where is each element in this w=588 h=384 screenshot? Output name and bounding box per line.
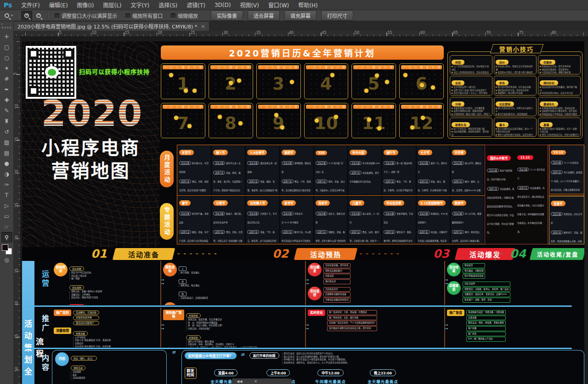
mindmap-group: 活动节奏活动整体规划 xyxy=(69,300,102,305)
menu-item-10[interactable]: 窗口(W) xyxy=(264,1,294,9)
mindmap-leaf: 推广转化 xyxy=(466,332,506,337)
zoom-tool-icon[interactable] xyxy=(5,13,9,18)
weekday-label: 五 xyxy=(283,66,285,68)
weekday-label: 一 xyxy=(212,66,215,68)
clone-stamp-tool[interactable]: ♜ xyxy=(1,116,12,126)
industry-text: 全品类通用，黄金周出游场景多，可围绕礼盒装商品发起团圆季系列活动，假日可与出游结… xyxy=(487,188,514,234)
document-canvas[interactable]: 扫码可以获得小程序扶持 2020 小程序电商 营销地图 2020营销日历&全年营… xyxy=(21,37,588,384)
activity-card-title: 元宵节 xyxy=(213,200,228,206)
history-brush-tool[interactable]: ↺ xyxy=(1,126,12,137)
option-button-3[interactable]: 填充屏幕 xyxy=(284,11,317,21)
lasso-tool[interactable]: ○ xyxy=(1,52,12,63)
weekday-label: 日 xyxy=(199,106,202,108)
tip-card-line: ▶控制库存与名额，避免让利失控 xyxy=(496,74,535,75)
quick-mask-button[interactable]: ◎ xyxy=(1,254,12,265)
mindmap-items: 活动规则热卖活动氛围营造 xyxy=(71,371,97,380)
foreground-color-swatch[interactable] xyxy=(2,244,8,251)
path-selection-tool[interactable]: ▷ xyxy=(1,200,12,211)
mindmap-leaf: 执行排期、商品确认 xyxy=(179,271,208,275)
menu-item-5[interactable]: 文字(Y) xyxy=(126,1,154,9)
activity-theme: 活动主题5.20 因为爱“告”白每一天 xyxy=(316,157,346,175)
option-checkbox-2[interactable]: 缩放所有窗口 xyxy=(125,12,163,19)
mindmap-block: 推广复盘渠道数据完成度：免费流量、付费流量店铺流量费用支出：佣金、体现费、资源位… xyxy=(447,310,582,343)
eraser-tool[interactable]: ▨ xyxy=(1,137,12,147)
mindmap-leaf: 拼 团：新品+团购，不花钱拿大牌？ xyxy=(186,324,257,328)
option-button-1[interactable]: 实际像素 xyxy=(211,11,243,21)
vertical-ruler[interactable]: 5101520253035404550 xyxy=(14,37,21,384)
option-button-2[interactable]: 适合屏幕 xyxy=(248,11,280,21)
tip-card-line: ▶整点秒杀制造紧迫感，拉升进店流量 xyxy=(496,86,535,89)
monthly-card: 七夕节活动主题爱你一生，相约七夕适用行业美妆、珠宝、服饰、生鲜等，针对鲜花用户可… xyxy=(417,146,450,194)
shape-tool[interactable]: ▭ xyxy=(1,211,12,221)
bullet-icon: ▶ xyxy=(496,71,497,73)
activity-theme: 活动主题新年备大礼、年货提前购 xyxy=(179,157,209,175)
eyedropper-tool[interactable]: ✒ xyxy=(1,84,12,95)
mindmap-group: 商品（图片、卖点） xyxy=(71,352,97,361)
menu-item-3[interactable]: 图像(I) xyxy=(73,1,99,9)
menu-item-9[interactable]: 视图(V) xyxy=(235,1,264,9)
mindmap-leaf: ROI：推广费用投入产出比 xyxy=(466,337,506,342)
pen-tool[interactable]: ✑ xyxy=(1,179,12,190)
move-tool[interactable]: ✛ xyxy=(1,31,12,42)
industry-tag: 适用行业 xyxy=(247,180,259,183)
menu-item-2[interactable]: 编辑(E) xyxy=(45,1,73,9)
hand-tool[interactable]: ☞ xyxy=(1,221,12,232)
weekday-label: 日 xyxy=(342,106,345,108)
healing-brush-tool[interactable]: ✚ xyxy=(1,95,12,105)
weekday-label: 四 xyxy=(277,66,280,68)
checkbox-icon[interactable] xyxy=(171,13,175,18)
checkbox-icon[interactable] xyxy=(55,13,59,18)
zoom-out-button[interactable]: − xyxy=(33,11,44,20)
option-checkbox-1[interactable]: 调整窗口大小以满屏显示 xyxy=(55,12,117,19)
tool-preset-chevron-icon[interactable]: ▾ xyxy=(11,13,13,17)
close-icon[interactable]: ✕ xyxy=(254,379,257,384)
tools-panel-grip[interactable]: ▸▪▪▪▪ xyxy=(1,22,12,29)
taskbar-fragment[interactable]: ◀◀ ✕ xyxy=(232,378,292,384)
marquee-tool[interactable]: ▢ xyxy=(1,42,12,52)
magic-wand-tool[interactable]: ✶ xyxy=(1,63,12,73)
menu-item-7[interactable]: 滤镜(T) xyxy=(182,1,210,9)
menu-item-4[interactable]: 图层(L) xyxy=(99,1,126,9)
menu-item-8[interactable]: 3D(D) xyxy=(210,2,235,8)
ruler-number: 30 xyxy=(223,31,228,35)
special-card: 读书节活动主题世界读书日“4.23”好书推荐适用行业图书行业，可以借势打造成长书… xyxy=(280,196,313,243)
calendar-grid: 一二三四五六日1一二三四五六日2一二三四五六日3一二三四五六日4一二三四五六日5… xyxy=(161,63,444,138)
zoom-tool[interactable]: ⚲ xyxy=(1,232,12,243)
tab-close-icon[interactable]: × xyxy=(201,23,205,29)
horizontal-ruler[interactable]: 5101520253035404550556065707580 xyxy=(14,31,588,37)
crop-tool[interactable]: # xyxy=(1,73,12,84)
menu-item-11[interactable]: 帮助(H) xyxy=(294,1,322,9)
tip-card-line: ▶好友助力砍价，借助社交关系链快速传播 xyxy=(496,65,535,71)
menu-item-1[interactable]: 文件(F) xyxy=(17,1,44,9)
weekday-label: 六 xyxy=(432,106,434,108)
type-tool[interactable]: T xyxy=(1,190,12,200)
bullet-icon: ▶ xyxy=(496,107,497,109)
option-checkbox-3[interactable]: 细微缩放 xyxy=(171,12,198,19)
gradient-tool[interactable]: ▤ xyxy=(1,147,12,158)
mindmap-branch-label: 老客获取 xyxy=(186,335,201,340)
menu-item-6[interactable]: 选择(S) xyxy=(154,1,182,9)
tip-card-label: 社区营销 xyxy=(496,102,514,107)
calendar-highlight-date xyxy=(364,89,368,93)
option-button-4[interactable]: 打印尺寸 xyxy=(321,11,353,21)
mindmap-group: 免费流量公众号粉丝社群人员“朋友圈裂变”分享、渠道拉新店铺会员全员营销“朋友圈裂… xyxy=(73,328,111,347)
color-swatches[interactable] xyxy=(2,244,12,254)
brush-tool[interactable]: ✎ xyxy=(1,105,12,116)
mindmap-block: 流量梳理免费流量公众号粉丝社群人员“朋友圈裂变”分享、渠道拉新店铺会员全员营销“… xyxy=(54,328,158,347)
rewind-icon[interactable]: ◀◀ xyxy=(237,379,242,384)
blur-tool[interactable]: ● xyxy=(1,158,12,169)
activity-theme: 活动主题11.11 剁手狂欢节 xyxy=(517,164,546,181)
activity-industry: 适用行业食品、烘焙、百货等，可借元宵节“全民团圆”主题做社群互动抽奖玩法营造氛围… xyxy=(213,226,243,243)
ruler-number: 15 xyxy=(125,31,130,35)
monthly-card: 520活动主题5.20 因为爱“告”白每一天适用行业鲜花、美妆、珠宝等，为爱放价… xyxy=(314,146,347,194)
bullet-icon: ▶ xyxy=(452,107,453,109)
document-tab[interactable]: 2020小程序电商营销地图.jpg @ 12.5% (扫码可以获得小程序扶持, … xyxy=(14,22,209,31)
mindmap-block: 预热目标人执行排期、商品确认货预售测试、热点爆品场活动页面设计、店铺氛围营造 xyxy=(163,263,303,301)
dodge-tool[interactable]: ◑ xyxy=(1,169,12,179)
tip-card-line: ▶限量限时，配合倒计时氛围 xyxy=(496,92,535,95)
send-time-slot: 晚上22:00全天曝光最高点 xyxy=(360,367,406,384)
workflow-cell-推广-03: 实时优化推广渠道优化：大屏、朋友圈、付费渠道推广素材优化：文案、图片风格活动推广… xyxy=(305,308,444,347)
mindmap-items: 预售测试、热点爆品 xyxy=(179,284,208,288)
zoom-in-button[interactable]: + xyxy=(21,11,32,20)
checkbox-icon[interactable] xyxy=(125,13,130,18)
